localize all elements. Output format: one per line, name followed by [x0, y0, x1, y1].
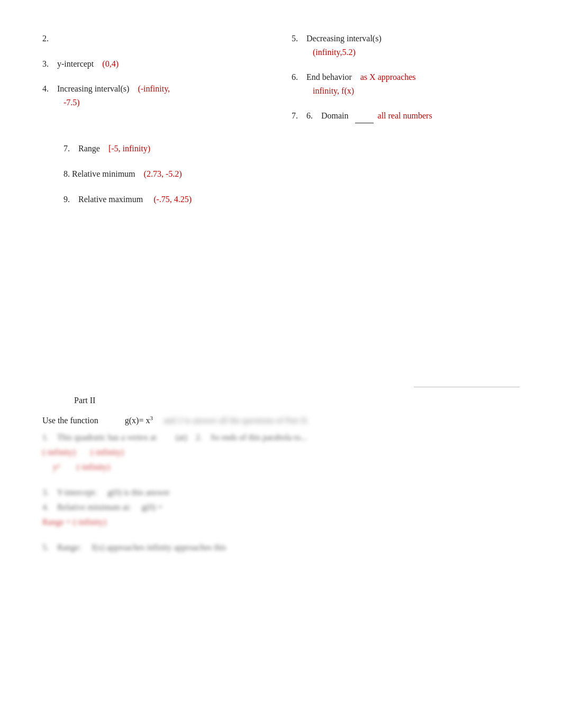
blurred-line-3: 3. Y-intercept: g(0) is this answer — [42, 488, 520, 497]
item-4-label: Increasing interval(s) — [57, 84, 129, 93]
item-6-value: as X approaches — [360, 72, 416, 81]
blurred-section-3: 5. Range: f(x) approaches infinity appro… — [42, 543, 520, 552]
blurred-line-red-2: y² (-infinity) — [53, 462, 520, 472]
part-ii-section: Part II Use the function g(x)= x3 and 2 … — [42, 387, 520, 552]
item-7-label: Range — [78, 144, 100, 153]
page-content: 2. 3. y-intercept (0,4) 4. Increasing in… — [42, 32, 520, 552]
item-4: 4. Increasing interval(s) (-infinity, -7… — [42, 82, 270, 109]
blurred-section-1: 1. This quadratic has a vertex at (at) 2… — [42, 433, 520, 472]
item-8-value: (2.73, -5.2) — [144, 169, 182, 178]
function-label: g(x)= x — [125, 416, 150, 425]
item-3-label: y-intercept — [57, 59, 94, 68]
item-7-domain: 7. 6. Domain all real numbers — [292, 109, 520, 123]
function-equation: g(x)= x3 — [125, 415, 153, 425]
item-5-label: Decreasing interval(s) — [306, 34, 382, 43]
blurred-function-suffix: and 2 to answer all the questions of Par… — [164, 416, 309, 425]
item-7-value: [-5, infinity) — [108, 144, 150, 153]
item-3-value: (0,4) — [102, 59, 119, 68]
item-4-continuation: -7.5) — [64, 96, 270, 110]
item-4-value: (-infinity, — [138, 84, 170, 93]
item-2: 2. — [42, 32, 270, 46]
item-9-label: Relative maximum — [78, 195, 143, 204]
item-9-value: (-.75, 4.25) — [153, 195, 192, 204]
blurred-line-red-1: (-infinity) (-infinity) — [42, 448, 520, 457]
item-3: 3. y-intercept (0,4) — [42, 57, 270, 71]
blurred-section-2: 3. Y-intercept: g(0) is this answer 4. R… — [42, 488, 520, 527]
blurred-line-5: 5. Range: f(x) approaches infinity appro… — [42, 543, 520, 552]
blurred-line-1: 1. This quadratic has a vertex at (at) 2… — [42, 433, 520, 442]
blurred-line-red-3: Range = (-infinity) — [42, 517, 520, 527]
item-6-end-behavior: 6. End behavior as X approaches infinity… — [292, 70, 520, 97]
item-5-value: (infinity,5.2) — [313, 46, 520, 59]
item-5: 5. Decreasing interval(s) (infinity,5.2) — [292, 32, 520, 59]
item-5-number: 5. — [292, 34, 298, 43]
right-column: 5. Decreasing interval(s) (infinity,5.2)… — [292, 32, 520, 217]
item-2-number: 2. — [42, 34, 49, 43]
item-8-label: Relative minimum — [72, 169, 135, 178]
use-function-text: Use the function — [42, 416, 98, 425]
function-exponent: 3 — [150, 415, 153, 421]
part-ii-label: Part II — [74, 396, 520, 405]
item-6-number: 6. — [292, 72, 298, 81]
item-7-domain-subnumber: 6. — [306, 111, 313, 120]
domain-value: all real numbers — [378, 111, 432, 120]
item-9: 9. Relative maximum (-.75, 4.25) — [64, 193, 270, 206]
left-column: 2. 3. y-intercept (0,4) 4. Increasing in… — [42, 32, 270, 217]
item-3-number: 3. — [42, 59, 49, 68]
blurred-line-4: 4. Relative minimum at: g(0) = — [42, 503, 520, 512]
domain-underline — [355, 109, 374, 123]
item-9-number: 9. — [64, 195, 70, 204]
item-8-number: 8. — [64, 169, 70, 178]
section-divider-line — [414, 387, 520, 387]
item-7-range: 7. Range [-5, infinity) — [64, 142, 270, 156]
item-6-label: End behavior — [306, 72, 352, 81]
item-8: 8. Relative minimum (2.73, -5.2) — [64, 167, 270, 181]
use-function-line: Use the function g(x)= x3 and 2 to answe… — [42, 415, 520, 425]
item-7-number: 7. — [64, 144, 70, 153]
item-7-domain-label: Domain — [321, 111, 349, 120]
item-6-continuation: infinity, f(x) — [313, 84, 520, 98]
item-4-number: 4. — [42, 84, 49, 93]
item-7-domain-number: 7. — [292, 111, 298, 120]
